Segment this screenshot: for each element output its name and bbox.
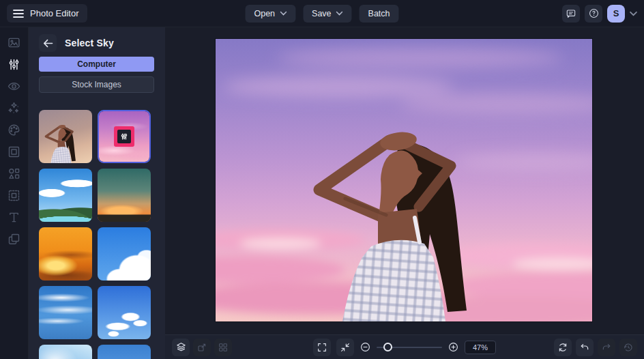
refresh-button[interactable]	[554, 339, 572, 356]
app-title: Photo Editor	[30, 8, 79, 18]
sky-thumbnail-scattered-clouds[interactable]	[98, 286, 151, 339]
shapes-icon	[7, 167, 21, 181]
help-button[interactable]	[585, 5, 602, 23]
eye-icon	[7, 79, 21, 94]
sky-thumbnail-original-photo[interactable]	[39, 110, 92, 163]
history-icon	[623, 342, 634, 353]
avatar[interactable]: S	[607, 5, 625, 23]
sky-thumbnail-teal-sunset[interactable]	[98, 169, 151, 222]
zoom-level-field[interactable]: 47%	[465, 341, 496, 354]
chevron-down-icon	[336, 11, 343, 16]
sky-thumbnail-light-rays-sky[interactable]	[39, 345, 92, 359]
top-bar: Photo Editor Open Save Batch S	[0, 0, 644, 27]
chevron-down-icon	[280, 11, 287, 16]
sky-art-cumulus-cloud	[98, 227, 151, 281]
sky-art-orange-sunset	[39, 227, 92, 281]
save-button[interactable]: Save	[303, 5, 352, 23]
source-computer-button[interactable]: Computer	[39, 57, 154, 72]
refresh-icon	[557, 342, 568, 353]
fit-screen-button[interactable]	[336, 339, 354, 356]
sky-art-streaky-clouds	[39, 286, 92, 339]
layers-stack-button[interactable]	[172, 339, 190, 356]
tool-effects[interactable]	[5, 100, 24, 115]
hamburger-icon[interactable]	[13, 9, 24, 18]
tool-textures[interactable]	[5, 188, 24, 203]
sky-thumbnail-pink-sky[interactable]	[98, 110, 151, 163]
sky-thumbnail-mountain-lake[interactable]	[39, 169, 92, 222]
sparkles-icon	[7, 101, 21, 115]
batch-button[interactable]: Batch	[360, 5, 399, 23]
zoom-in-icon	[448, 341, 459, 353]
applied-sky-badge	[114, 126, 134, 147]
history-button[interactable]	[619, 339, 637, 356]
sky-thumbnail-streaky-clouds[interactable]	[39, 286, 92, 339]
grid-view-icon	[218, 342, 229, 353]
original-figure	[39, 110, 92, 163]
sky-art-light-rays-sky	[39, 345, 92, 359]
fit-screen-icon	[340, 342, 351, 353]
bottom-toolbar: 47%	[165, 334, 644, 359]
back-button[interactable]	[39, 34, 57, 52]
export-resize-button[interactable]	[193, 339, 211, 356]
canvas-area: 47%	[165, 27, 644, 359]
feedback-chat-button[interactable]	[562, 5, 580, 23]
tool-graphics[interactable]	[5, 166, 24, 181]
select-sky-panel: Select Sky Computer Stock Images	[29, 27, 165, 359]
source-stock-images-button[interactable]: Stock Images	[39, 76, 154, 93]
sky-thumbnail-cumulus-cloud[interactable]	[98, 227, 151, 281]
app-menu-chip[interactable]: Photo Editor	[7, 4, 87, 23]
overlap-icon	[7, 232, 21, 246]
feedback-chat-icon	[566, 8, 576, 19]
tool-artsy[interactable]	[5, 122, 24, 137]
sky-thumbnail-clear-blue-sky[interactable]	[98, 345, 151, 359]
image-icon	[7, 35, 21, 50]
fullscreen-button[interactable]	[313, 339, 331, 356]
tool-frames[interactable]	[5, 144, 24, 159]
palette-icon	[7, 123, 21, 137]
zoom-slider[interactable]	[377, 343, 442, 352]
layers-stack-icon	[175, 341, 187, 353]
text-icon	[7, 210, 21, 225]
sky-thumbnail-grid	[39, 110, 154, 359]
sky-thumbnail-orange-sunset[interactable]	[39, 227, 92, 281]
redo-button[interactable]	[598, 339, 615, 356]
texture-frame-icon	[7, 188, 21, 203]
export-resize-icon	[196, 342, 207, 353]
redo-icon	[601, 342, 612, 353]
panel-title: Select Sky	[65, 38, 114, 48]
sky-art-mountain-lake	[39, 169, 92, 222]
fullscreen-icon	[317, 342, 327, 353]
undo-icon	[579, 342, 590, 353]
sky-art-clear-blue-sky	[98, 345, 151, 359]
zoom-slider-knob[interactable]	[383, 343, 392, 351]
zoom-out-button[interactable]	[360, 341, 371, 353]
tool-adjust[interactable]	[5, 57, 24, 72]
tool-sidebar	[0, 27, 29, 359]
tool-image[interactable]	[5, 35, 24, 50]
tool-text[interactable]	[5, 210, 24, 225]
undo-button[interactable]	[576, 339, 594, 356]
tool-layers[interactable]	[5, 231, 24, 246]
sliders-icon	[7, 57, 21, 72]
sky-art-scattered-clouds	[98, 286, 151, 339]
frame-icon	[7, 145, 21, 159]
tool-touchup[interactable]	[5, 78, 24, 94]
zoom-out-icon	[360, 341, 371, 353]
grid-view-button[interactable]	[214, 339, 232, 356]
account-chevron-down-icon[interactable]	[630, 11, 637, 16]
open-button[interactable]: Open	[245, 5, 295, 23]
help-icon	[588, 8, 600, 19]
canvas-image[interactable]	[216, 39, 592, 321]
sky-art-teal-sunset	[98, 169, 151, 222]
back-arrow-icon	[43, 39, 53, 48]
sliders-icon	[120, 132, 128, 141]
zoom-in-button[interactable]	[448, 341, 459, 353]
